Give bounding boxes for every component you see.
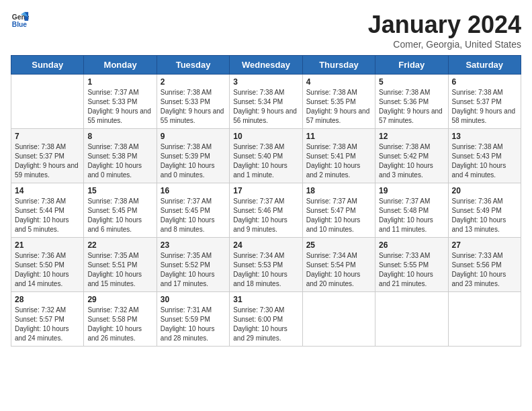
calendar-cell: [11, 75, 84, 129]
calendar-cell: 4Sunrise: 7:38 AMSunset: 5:35 PMDaylight…: [302, 75, 375, 129]
calendar-cell: 12Sunrise: 7:38 AMSunset: 5:42 PMDayligh…: [375, 129, 448, 183]
calendar-cell: 9Sunrise: 7:38 AMSunset: 5:39 PMDaylight…: [157, 129, 229, 183]
day-number: 31: [233, 295, 298, 304]
day-number: 12: [379, 132, 444, 141]
day-number: 20: [452, 186, 517, 195]
calendar-cell: 14Sunrise: 7:38 AMSunset: 5:44 PMDayligh…: [11, 183, 84, 238]
day-header-wednesday: Wednesday: [230, 56, 302, 75]
day-number: 8: [87, 132, 152, 141]
calendar-cell: [302, 292, 375, 347]
day-number: 16: [161, 186, 226, 195]
header-row: SundayMondayTuesdayWednesdayThursdayFrid…: [11, 56, 521, 75]
calendar-cell: 8Sunrise: 7:38 AMSunset: 5:38 PMDaylight…: [84, 129, 157, 183]
calendar-cell: 21Sunrise: 7:36 AMSunset: 5:50 PMDayligh…: [11, 238, 84, 292]
day-info: Sunrise: 7:35 AMSunset: 5:52 PMDaylight:…: [161, 251, 226, 289]
calendar-cell: 11Sunrise: 7:38 AMSunset: 5:41 PMDayligh…: [302, 129, 375, 183]
calendar-cell: 24Sunrise: 7:34 AMSunset: 5:53 PMDayligh…: [230, 238, 302, 292]
day-number: 3: [233, 77, 298, 87]
day-header-tuesday: Tuesday: [157, 56, 229, 75]
calendar-cell: 15Sunrise: 7:38 AMSunset: 5:45 PMDayligh…: [84, 183, 157, 238]
calendar-cell: 2Sunrise: 7:38 AMSunset: 5:33 PMDaylight…: [157, 75, 229, 129]
day-header-friday: Friday: [375, 56, 448, 75]
calendar-cell: 27Sunrise: 7:33 AMSunset: 5:56 PMDayligh…: [448, 238, 521, 292]
calendar-cell: 3Sunrise: 7:38 AMSunset: 5:34 PMDaylight…: [230, 75, 302, 129]
calendar-cell: 7Sunrise: 7:38 AMSunset: 5:37 PMDaylight…: [11, 129, 84, 183]
day-header-thursday: Thursday: [302, 56, 375, 75]
calendar-cell: 29Sunrise: 7:32 AMSunset: 5:58 PMDayligh…: [84, 292, 157, 347]
calendar-cell: [448, 292, 521, 347]
day-header-monday: Monday: [84, 56, 157, 75]
day-info: Sunrise: 7:36 AMSunset: 5:50 PMDaylight:…: [15, 251, 80, 289]
calendar-cell: 18Sunrise: 7:37 AMSunset: 5:47 PMDayligh…: [302, 183, 375, 238]
week-row-1: 1Sunrise: 7:37 AMSunset: 5:33 PMDaylight…: [11, 75, 521, 129]
day-info: Sunrise: 7:30 AMSunset: 6:00 PMDaylight:…: [233, 306, 298, 343]
day-number: 7: [15, 132, 80, 141]
day-info: Sunrise: 7:38 AMSunset: 5:45 PMDaylight:…: [87, 197, 152, 234]
calendar-cell: 19Sunrise: 7:37 AMSunset: 5:48 PMDayligh…: [375, 183, 448, 238]
month-title: January 2024: [368, 11, 521, 39]
day-info: Sunrise: 7:38 AMSunset: 5:36 PMDaylight:…: [379, 88, 444, 126]
day-number: 23: [161, 240, 226, 250]
week-row-3: 14Sunrise: 7:38 AMSunset: 5:44 PMDayligh…: [11, 183, 521, 238]
day-info: Sunrise: 7:38 AMSunset: 5:37 PMDaylight:…: [452, 88, 517, 126]
calendar-cell: 1Sunrise: 7:37 AMSunset: 5:33 PMDaylight…: [84, 75, 157, 129]
day-header-saturday: Saturday: [448, 56, 521, 75]
day-number: 22: [87, 240, 152, 250]
day-info: Sunrise: 7:37 AMSunset: 5:47 PMDaylight:…: [306, 197, 371, 234]
day-number: 6: [452, 77, 517, 87]
calendar-cell: 16Sunrise: 7:37 AMSunset: 5:45 PMDayligh…: [157, 183, 229, 238]
day-info: Sunrise: 7:38 AMSunset: 5:35 PMDaylight:…: [306, 88, 371, 126]
day-number: 28: [15, 295, 80, 304]
day-number: 18: [306, 186, 371, 195]
day-info: Sunrise: 7:37 AMSunset: 5:46 PMDaylight:…: [233, 197, 298, 234]
calendar-cell: 26Sunrise: 7:33 AMSunset: 5:55 PMDayligh…: [375, 238, 448, 292]
day-number: 24: [233, 240, 298, 250]
day-info: Sunrise: 7:38 AMSunset: 5:41 PMDaylight:…: [306, 142, 371, 180]
day-info: Sunrise: 7:38 AMSunset: 5:44 PMDaylight:…: [15, 197, 80, 234]
week-row-4: 21Sunrise: 7:36 AMSunset: 5:50 PMDayligh…: [11, 238, 521, 292]
day-number: 19: [379, 186, 444, 195]
day-info: Sunrise: 7:37 AMSunset: 5:48 PMDaylight:…: [379, 197, 444, 234]
day-info: Sunrise: 7:38 AMSunset: 5:34 PMDaylight:…: [233, 88, 298, 126]
day-info: Sunrise: 7:38 AMSunset: 5:37 PMDaylight:…: [15, 142, 80, 180]
calendar-cell: 28Sunrise: 7:32 AMSunset: 5:57 PMDayligh…: [11, 292, 84, 347]
day-info: Sunrise: 7:38 AMSunset: 5:43 PMDaylight:…: [452, 142, 517, 180]
calendar-cell: [375, 292, 448, 347]
calendar-cell: 20Sunrise: 7:36 AMSunset: 5:49 PMDayligh…: [448, 183, 521, 238]
day-info: Sunrise: 7:38 AMSunset: 5:42 PMDaylight:…: [379, 142, 444, 180]
calendar-cell: 10Sunrise: 7:38 AMSunset: 5:40 PMDayligh…: [230, 129, 302, 183]
day-info: Sunrise: 7:33 AMSunset: 5:55 PMDaylight:…: [379, 251, 444, 289]
day-number: 26: [379, 240, 444, 250]
day-info: Sunrise: 7:38 AMSunset: 5:38 PMDaylight:…: [87, 142, 152, 180]
day-info: Sunrise: 7:38 AMSunset: 5:33 PMDaylight:…: [161, 88, 226, 126]
week-row-2: 7Sunrise: 7:38 AMSunset: 5:37 PMDaylight…: [11, 129, 521, 183]
day-number: 13: [452, 132, 517, 141]
location-title: Comer, Georgia, United States: [368, 39, 521, 50]
day-info: Sunrise: 7:37 AMSunset: 5:45 PMDaylight:…: [161, 197, 226, 234]
day-header-sunday: Sunday: [11, 56, 84, 75]
calendar-cell: 30Sunrise: 7:31 AMSunset: 5:59 PMDayligh…: [157, 292, 229, 347]
calendar-table: SundayMondayTuesdayWednesdayThursdayFrid…: [11, 55, 521, 347]
day-number: 14: [15, 186, 80, 195]
calendar-cell: 23Sunrise: 7:35 AMSunset: 5:52 PMDayligh…: [157, 238, 229, 292]
day-info: Sunrise: 7:33 AMSunset: 5:56 PMDaylight:…: [452, 251, 517, 289]
day-number: 11: [306, 132, 371, 141]
day-info: Sunrise: 7:34 AMSunset: 5:54 PMDaylight:…: [306, 251, 371, 289]
day-info: Sunrise: 7:32 AMSunset: 5:58 PMDaylight:…: [87, 306, 152, 343]
day-number: 27: [452, 240, 517, 250]
calendar-cell: 25Sunrise: 7:34 AMSunset: 5:54 PMDayligh…: [302, 238, 375, 292]
day-info: Sunrise: 7:37 AMSunset: 5:33 PMDaylight:…: [87, 88, 152, 126]
day-number: 1: [87, 77, 152, 87]
day-info: Sunrise: 7:38 AMSunset: 5:39 PMDaylight:…: [161, 142, 226, 180]
day-number: 21: [15, 240, 80, 250]
calendar-cell: 5Sunrise: 7:38 AMSunset: 5:36 PMDaylight…: [375, 75, 448, 129]
header: General Blue January 2024 Comer, Georgia…: [11, 11, 521, 50]
day-info: Sunrise: 7:32 AMSunset: 5:57 PMDaylight:…: [15, 306, 80, 343]
day-number: 25: [306, 240, 371, 250]
day-number: 4: [306, 77, 371, 87]
day-info: Sunrise: 7:36 AMSunset: 5:49 PMDaylight:…: [452, 197, 517, 234]
day-info: Sunrise: 7:38 AMSunset: 5:40 PMDaylight:…: [233, 142, 298, 180]
day-number: 29: [87, 295, 152, 304]
day-info: Sunrise: 7:34 AMSunset: 5:53 PMDaylight:…: [233, 251, 298, 289]
logo-icon: General Blue: [11, 11, 30, 30]
